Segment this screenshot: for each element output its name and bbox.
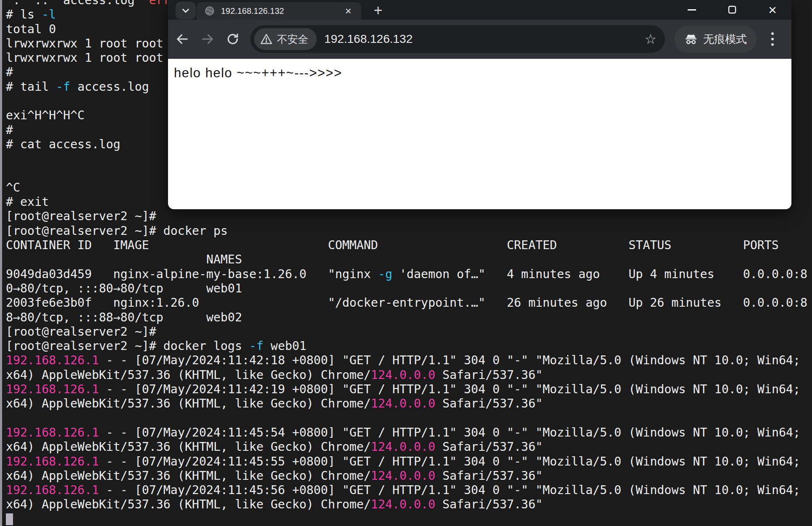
maximize-icon xyxy=(727,5,737,15)
new-tab-button[interactable]: + xyxy=(369,3,387,19)
terminal-line: x64) AppleWebKit/537.36 (KHTML, like Gec… xyxy=(6,368,807,382)
terminal-line: 192.168.126.1 - - [07/May/2024:11:42:18 … xyxy=(6,353,807,368)
terminal-line: 192.168.126.1 - - [07/May/2024:11:45:55 … xyxy=(6,455,807,469)
tab-search-button[interactable] xyxy=(176,2,196,19)
terminal-line: 192.168.126.1 - - [07/May/2024:11:42:19 … xyxy=(6,382,807,397)
minimize-icon xyxy=(688,9,696,11)
incognito-label: 无痕模式 xyxy=(703,32,747,47)
web-page: helo helo ~~~+++~--->>>> xyxy=(168,59,791,209)
close-icon: × xyxy=(768,2,777,18)
security-label: 不安全 xyxy=(277,32,308,46)
terminal-line: [root@realserver2 ~]# xyxy=(6,325,807,339)
tab-close-button[interactable]: × xyxy=(342,5,355,16)
forward-button[interactable] xyxy=(197,29,218,49)
maximize-button[interactable] xyxy=(719,0,745,19)
terminal-line xyxy=(6,411,807,426)
terminal-line: NAMES xyxy=(6,252,807,267)
forward-arrow-icon xyxy=(200,32,215,46)
back-arrow-icon xyxy=(175,32,189,46)
terminal-line xyxy=(6,512,807,526)
security-chip[interactable]: 不安全 xyxy=(254,28,317,50)
terminal-line: x64) AppleWebKit/537.36 (KHTML, like Gec… xyxy=(6,469,807,483)
kebab-menu-icon xyxy=(771,32,774,35)
star-icon: ☆ xyxy=(644,31,657,47)
terminal-line: [root@realserver2 ~]# docker logs -f web… xyxy=(6,339,807,353)
reload-button[interactable] xyxy=(223,29,243,49)
terminal-line: 9049da03d459 nginx-alpine-my-base:1.26.0… xyxy=(6,267,807,281)
reload-icon xyxy=(226,32,240,46)
warning-icon xyxy=(260,33,273,45)
close-window-button[interactable]: × xyxy=(759,0,786,19)
close-icon: × xyxy=(345,5,351,17)
terminal-line: CONTAINER ID IMAGE COMMAND CREATED STATU… xyxy=(6,238,807,252)
terminal-line: 8→80/tcp, :::88→80/tcp web02 xyxy=(6,310,807,325)
bookmark-star-button[interactable]: ☆ xyxy=(644,31,657,47)
terminal-line: x64) AppleWebKit/537.36 (KHTML, like Gec… xyxy=(6,497,807,512)
back-button[interactable] xyxy=(172,29,192,49)
chevron-down-icon xyxy=(180,5,191,16)
terminal-line: x64) AppleWebKit/537.36 (KHTML, like Gec… xyxy=(6,397,807,411)
globe-icon xyxy=(204,5,215,16)
menu-button[interactable] xyxy=(766,29,779,49)
terminal-line: 192.168.126.1 - - [07/May/2024:11:45:56 … xyxy=(6,483,807,497)
screen: { "terminal": { "colors": { "w": "#edede… xyxy=(0,0,812,526)
page-text: helo helo ~~~+++~--->>>> xyxy=(174,66,342,81)
terminal-line: 192.168.126.1 - - [07/May/2024:11:45:54 … xyxy=(6,426,807,440)
terminal-line: 2003fe6e3b0f nginx:1.26.0 "/docker-entry… xyxy=(6,296,807,310)
tab[interactable]: 192.168.126.132 × xyxy=(197,2,361,20)
tab-strip: 192.168.126.132 × + × xyxy=(168,0,791,20)
terminal-line: [root@realserver2 ~]# docker ps xyxy=(6,224,807,238)
minimize-button[interactable] xyxy=(679,0,705,19)
incognito-icon xyxy=(684,32,698,46)
plus-icon: + xyxy=(373,2,382,19)
kebab-menu-icon xyxy=(771,43,774,46)
address-bar[interactable]: 不安全 192.168.126.132 ☆ xyxy=(250,25,665,53)
url-text: 192.168.126.132 xyxy=(324,32,644,46)
terminal-line: 0→80/tcp, :::80→80/tcp web01 xyxy=(6,281,807,296)
terminal-line: x64) AppleWebKit/537.36 (KHTML, like Gec… xyxy=(6,440,807,454)
incognito-badge: 无痕模式 xyxy=(674,26,757,53)
terminal-line: [root@realserver2 ~]# xyxy=(6,209,807,224)
terminal-cursor xyxy=(6,513,13,525)
tab-title: 192.168.126.132 xyxy=(221,6,342,16)
browser-toolbar: 不安全 192.168.126.132 ☆ 无痕模式 xyxy=(168,20,791,59)
kebab-menu-icon xyxy=(771,38,774,40)
browser-window: 192.168.126.132 × + × 不 xyxy=(168,0,791,209)
